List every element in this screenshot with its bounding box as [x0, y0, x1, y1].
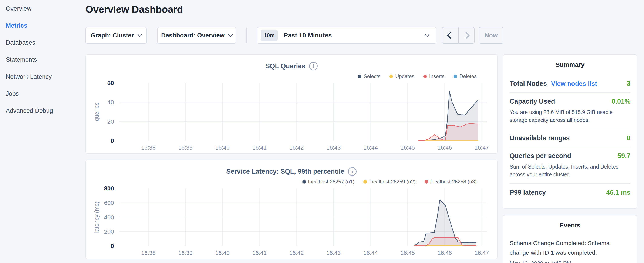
- event-message[interactable]: Schema Change Completed: Schema change w…: [510, 238, 630, 257]
- chevron-down-icon: [425, 32, 430, 37]
- svg-text:16:42: 16:42: [289, 250, 304, 256]
- svg-text:16:42: 16:42: [289, 144, 304, 151]
- summary-panel: Summary Total Nodes View nodes list 3 Ca…: [503, 54, 637, 209]
- time-range-selector[interactable]: 10m Past 10 Minutes: [257, 27, 436, 44]
- previous-range-button[interactable]: [442, 28, 458, 43]
- events-panel: Events Schema Change Completed: Schema c…: [503, 215, 637, 263]
- now-button[interactable]: Now: [479, 27, 504, 44]
- next-range-button[interactable]: [458, 28, 474, 43]
- chevron-down-icon: [228, 32, 233, 37]
- svg-text:16:45: 16:45: [400, 144, 415, 151]
- svg-text:60: 60: [107, 80, 114, 86]
- time-step-buttons: [442, 27, 474, 44]
- chevron-left-icon: [447, 32, 454, 39]
- sidebar-item-statements[interactable]: Statements: [0, 51, 85, 68]
- chart-plot[interactable]: 020406016:3816:3916:4016:4116:4216:4316:…: [86, 55, 497, 153]
- sidebar-item-jobs[interactable]: Jobs: [0, 85, 85, 102]
- svg-text:16:47: 16:47: [474, 250, 489, 256]
- sidebar: Overview Metrics Databases Statements Ne…: [0, 0, 85, 119]
- svg-text:200: 200: [104, 228, 114, 235]
- dashboard-dropdown[interactable]: Dashboard: Overview: [157, 27, 236, 44]
- chevron-down-icon: [137, 32, 142, 37]
- summary-row-queries-per-second: Queries per second 59.7 Sum of Selects, …: [510, 147, 630, 183]
- sidebar-item-overview[interactable]: Overview: [0, 0, 85, 17]
- summary-label: Unavailable ranges: [510, 134, 570, 142]
- time-range-badge: 10m: [261, 30, 278, 41]
- summary-label: Total Nodes: [510, 80, 547, 87]
- sidebar-item-network-latency[interactable]: Network Latency: [0, 68, 85, 85]
- svg-text:16:41: 16:41: [252, 250, 267, 256]
- summary-row-total-nodes: Total Nodes View nodes list 3: [510, 75, 630, 92]
- svg-text:latency (ms): latency (ms): [94, 201, 100, 233]
- summary-value: 59.7: [618, 152, 630, 160]
- svg-text:0: 0: [110, 243, 114, 249]
- service-latency-chart-panel: Service Latency: SQL, 99th percentile i …: [86, 160, 498, 259]
- events-title: Events: [510, 222, 630, 229]
- controls-divider: [246, 28, 247, 43]
- svg-text:600: 600: [104, 200, 114, 206]
- svg-text:16:40: 16:40: [215, 250, 230, 256]
- svg-text:40: 40: [107, 99, 114, 106]
- sidebar-item-databases[interactable]: Databases: [0, 34, 85, 51]
- summary-value: 0: [627, 134, 630, 142]
- svg-text:20: 20: [107, 118, 114, 125]
- svg-text:16:41: 16:41: [252, 144, 267, 151]
- sidebar-item-metrics[interactable]: Metrics: [0, 17, 85, 34]
- summary-row-unavailable-ranges: Unavailable ranges 0: [510, 129, 630, 147]
- graph-dropdown-label: Graph: Cluster: [90, 32, 134, 39]
- svg-text:16:38: 16:38: [141, 144, 156, 151]
- svg-text:16:38: 16:38: [141, 250, 156, 256]
- graph-dropdown[interactable]: Graph: Cluster: [86, 27, 147, 44]
- summary-title: Summary: [510, 61, 630, 68]
- page-title: Overview Dashboard: [86, 4, 183, 15]
- svg-text:16:44: 16:44: [363, 144, 378, 151]
- summary-value: 0.01%: [612, 98, 630, 105]
- time-range-label: Past 10 Minutes: [284, 32, 332, 39]
- summary-description: You are using 28.6 MiB of 515.9 GiB usab…: [510, 108, 630, 124]
- view-nodes-list-link[interactable]: View nodes list: [551, 80, 597, 87]
- svg-text:800: 800: [104, 185, 114, 192]
- svg-text:16:46: 16:46: [438, 144, 452, 151]
- svg-text:16:45: 16:45: [400, 250, 415, 256]
- svg-text:16:44: 16:44: [363, 250, 378, 256]
- summary-value: 3: [627, 80, 630, 87]
- summary-description: Sum of Selects, Updates, Inserts, and De…: [510, 163, 630, 178]
- svg-text:16:43: 16:43: [326, 250, 341, 256]
- svg-text:16:43: 16:43: [326, 144, 341, 151]
- dashboard-dropdown-label: Dashboard: Overview: [161, 32, 224, 39]
- summary-label: Capacity Used: [510, 98, 555, 105]
- svg-text:400: 400: [104, 214, 114, 221]
- chart-plot[interactable]: 020040060080016:3816:3916:4016:4116:4216…: [86, 160, 497, 259]
- summary-row-capacity-used: Capacity Used 0.01% You are using 28.6 M…: [510, 93, 630, 129]
- event-timestamp: May 13, 2020 at 4:45 PM: [510, 260, 630, 263]
- sidebar-item-advanced-debug[interactable]: Advanced Debug: [0, 102, 85, 119]
- summary-label: Queries per second: [510, 152, 571, 160]
- svg-text:16:40: 16:40: [215, 144, 230, 151]
- svg-text:16:46: 16:46: [438, 250, 452, 256]
- svg-text:16:39: 16:39: [178, 144, 193, 151]
- sql-queries-chart-panel: SQL Queries i SelectsUpdatesInsertsDelet…: [86, 54, 498, 154]
- svg-text:queries: queries: [94, 102, 100, 121]
- summary-value: 46.1 ms: [606, 189, 630, 196]
- summary-row-p99-latency: P99 latency 46.1 ms: [510, 184, 630, 201]
- svg-text:0: 0: [110, 137, 114, 144]
- svg-text:16:39: 16:39: [178, 250, 193, 256]
- svg-text:16:47: 16:47: [474, 144, 489, 151]
- db-console-app: Overview Metrics Databases Statements Ne…: [0, 0, 644, 263]
- summary-label: P99 latency: [510, 189, 546, 196]
- chevron-right-icon: [463, 32, 470, 39]
